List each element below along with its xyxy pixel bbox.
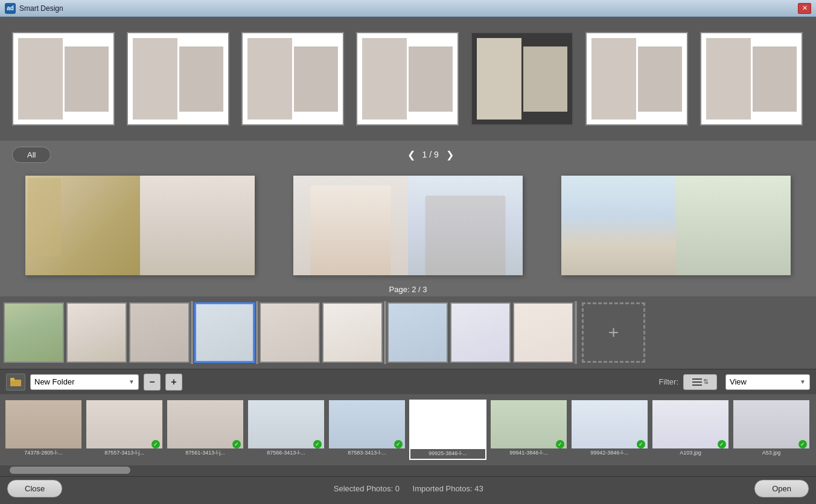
- app-title: Smart Design: [19, 4, 63, 13]
- strip-photo-6[interactable]: [322, 302, 383, 363]
- folder-dropdown[interactable]: New Folder ▼: [30, 374, 139, 390]
- check-badge-10: ✓: [798, 440, 807, 448]
- page-label: Page: 2 / 3: [389, 285, 427, 294]
- canvas-spread-1[interactable]: [25, 176, 255, 275]
- main-canvas: [0, 168, 816, 282]
- gallery-photo-2-name: 87557-3413-l-j...: [86, 450, 162, 456]
- check-badge-4: ✓: [313, 440, 322, 448]
- pagination-bar: All ❮ 1 / 9 ❯: [0, 141, 816, 168]
- strip-photo-8[interactable]: [450, 302, 511, 363]
- page-count: 1 / 9: [422, 150, 439, 159]
- gallery-photo-5-name: 87583-3413-l-...: [329, 450, 405, 456]
- all-button[interactable]: All: [12, 147, 51, 163]
- folder-icon-button[interactable]: [6, 374, 25, 391]
- strip-divider-3: [384, 301, 386, 364]
- spread-1-left: [25, 176, 140, 275]
- titlebar-left: ad Smart Design: [5, 3, 63, 14]
- prev-page-button[interactable]: ❮: [407, 149, 415, 161]
- check-badge-5: ✓: [394, 440, 403, 448]
- strip-divider-4: [575, 301, 577, 364]
- gallery-photo-8[interactable]: ✓ 99942-3846-l-...: [571, 400, 648, 460]
- open-button[interactable]: Open: [754, 480, 809, 497]
- view-dropdown[interactable]: View ▼: [725, 374, 810, 390]
- thumb-item-3[interactable]: [241, 32, 344, 126]
- gallery-photo-4[interactable]: ✓ 87566-3413-l-...: [247, 400, 325, 460]
- strip-photo-2[interactable]: [66, 302, 127, 363]
- filmstrip: +: [0, 296, 816, 369]
- gallery-photo-10-name: A53.jpg: [733, 450, 809, 456]
- gallery-photo-6-name: 99925-3846-l-...: [410, 450, 485, 456]
- strip-photo-7[interactable]: [387, 302, 448, 363]
- check-badge-9: ✓: [718, 440, 726, 448]
- imported-photos-label: Imported Photos: 43: [413, 484, 483, 493]
- strip-divider-1: [191, 301, 193, 364]
- gallery-scrollbar[interactable]: [10, 467, 806, 474]
- strip-photo-4[interactable]: [194, 302, 255, 363]
- svg-rect-1: [10, 378, 14, 381]
- add-folder-button[interactable]: +: [165, 374, 182, 391]
- gallery-photo-1-name: 74378-2805-l-...: [5, 450, 81, 456]
- folder-dropdown-arrow-icon: ▼: [129, 378, 135, 385]
- add-strip-button[interactable]: +: [582, 302, 645, 363]
- folder-name-label: New Folder: [34, 377, 74, 386]
- gallery-photo-9[interactable]: ✓ A103.jpg: [652, 400, 729, 460]
- gallery-photo-1[interactable]: 74378-2805-l-...: [5, 400, 82, 460]
- remove-folder-button[interactable]: −: [144, 374, 161, 391]
- spread-2-left: [293, 176, 408, 275]
- filter-lines-icon: [692, 378, 702, 386]
- thumb-item-4[interactable]: [356, 32, 459, 126]
- gallery-photo-9-name: A103.jpg: [652, 450, 728, 456]
- thumb-item-6[interactable]: [585, 32, 688, 126]
- toolbar: New Folder ▼ − + Filter: ⇅ View ▼: [0, 369, 816, 394]
- top-thumbnail-strip: [0, 17, 816, 141]
- scrollbar-thumb[interactable]: [10, 467, 130, 474]
- strip-photo-5[interactable]: [260, 302, 320, 363]
- view-label: View: [730, 377, 747, 386]
- gallery-photo-5[interactable]: ✓ 87583-3413-l-...: [328, 400, 406, 460]
- strip-divider-2: [256, 301, 258, 364]
- strip-photos-group: +: [0, 296, 816, 369]
- gallery-photo-3[interactable]: ✓ 87561-3413-l-j...: [167, 400, 244, 460]
- close-window-button[interactable]: ✕: [798, 3, 811, 14]
- check-badge-8: ✓: [637, 440, 645, 448]
- strip-photo-9[interactable]: [513, 302, 573, 363]
- check-badge-3: ✓: [232, 440, 241, 448]
- thumb-item-5[interactable]: [471, 32, 573, 126]
- canvas-spread-3[interactable]: [561, 176, 791, 275]
- bottom-bar: Close Selected Photos: 0 Imported Photos…: [0, 476, 816, 500]
- check-badge-2: ✓: [151, 440, 160, 448]
- page-indicator: Page: 2 / 3: [0, 282, 816, 296]
- spread-1-right: [140, 176, 255, 275]
- titlebar: ad Smart Design ✕: [0, 0, 816, 17]
- filter-button[interactable]: ⇅: [683, 374, 717, 390]
- close-button[interactable]: Close: [7, 480, 62, 497]
- spread-3-left: [561, 176, 676, 275]
- folder-icon: [10, 378, 21, 386]
- spread-2-right: [408, 176, 523, 275]
- thumb-item-2[interactable]: [127, 32, 229, 126]
- filter-sort-icon: ⇅: [703, 378, 709, 386]
- thumb-item-7[interactable]: [700, 32, 803, 126]
- photo-gallery: 74378-2805-l-... ✓ 87557-3413-l-j... ✓ 8…: [0, 394, 816, 465]
- status-text: Selected Photos: 0 Imported Photos: 43: [62, 484, 754, 493]
- add-icon: +: [608, 322, 619, 343]
- canvas-spread-2[interactable]: [293, 176, 523, 275]
- gallery-photo-2[interactable]: ✓ 87557-3413-l-j...: [86, 400, 163, 460]
- thumb-item-1[interactable]: [12, 32, 115, 126]
- strip-photo-1[interactable]: [4, 302, 64, 363]
- spread-3-right: [676, 176, 791, 275]
- next-page-button[interactable]: ❯: [446, 149, 454, 161]
- gallery-photo-3-name: 87561-3413-l-j...: [167, 450, 243, 456]
- gallery-photo-7[interactable]: ✓ 99941-3846-l-...: [490, 400, 567, 460]
- pagination-center: ❮ 1 / 9 ❯: [57, 149, 804, 161]
- strip-photo-3[interactable]: [129, 302, 190, 363]
- gallery-photo-7-name: 99941-3846-l-...: [491, 450, 567, 456]
- gallery-photo-10[interactable]: ✓ A53.jpg: [733, 400, 810, 460]
- filter-label: Filter:: [659, 377, 679, 386]
- app-logo: ad: [5, 3, 16, 14]
- check-badge-7: ✓: [556, 440, 564, 448]
- gallery-photo-6[interactable]: 99925-3846-l-...: [409, 400, 486, 460]
- gallery-photo-4-name: 87566-3413-l-...: [248, 450, 324, 456]
- main-area: All ❮ 1 / 9 ❯: [0, 17, 816, 504]
- selected-photos-label: Selected Photos: 0: [334, 484, 400, 493]
